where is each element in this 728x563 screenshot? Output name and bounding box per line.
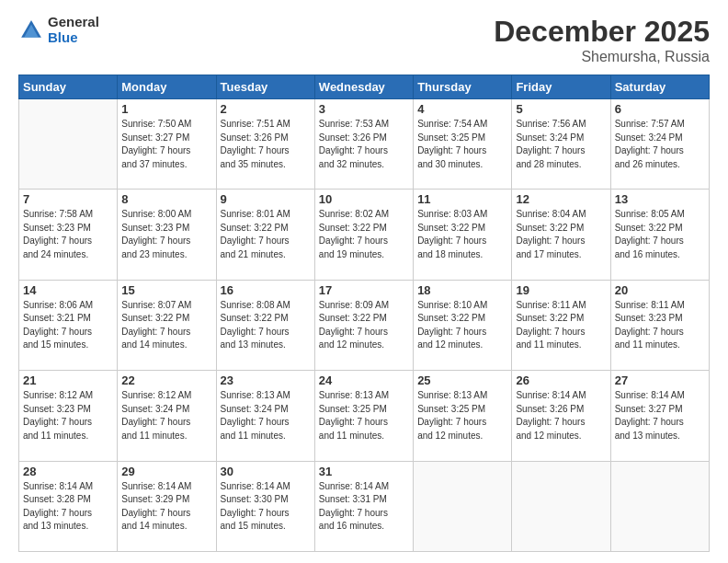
- day-info: Sunrise: 7:51 AM Sunset: 3:26 PM Dayligh…: [221, 118, 311, 171]
- calendar-cell: [512, 461, 610, 551]
- day-info: Sunrise: 8:13 AM Sunset: 3:25 PM Dayligh…: [319, 389, 409, 442]
- calendar-cell: 6Sunrise: 7:57 AM Sunset: 3:24 PM Daylig…: [610, 99, 709, 190]
- day-number: 21: [23, 373, 113, 387]
- day-info: Sunrise: 8:12 AM Sunset: 3:23 PM Dayligh…: [23, 389, 113, 442]
- month-title: December 2025: [494, 15, 710, 49]
- day-info: Sunrise: 8:12 AM Sunset: 3:24 PM Dayligh…: [121, 389, 211, 442]
- day-number: 27: [615, 373, 705, 387]
- logo-icon: [18, 17, 44, 43]
- day-number: 22: [121, 373, 211, 387]
- day-info: Sunrise: 8:09 AM Sunset: 3:22 PM Dayligh…: [319, 299, 409, 352]
- day-number: 31: [319, 465, 409, 478]
- calendar-cell: 28Sunrise: 8:14 AM Sunset: 3:28 PM Dayli…: [19, 461, 118, 551]
- weekday-header-monday: Monday: [118, 75, 216, 99]
- calendar-cell: 21Sunrise: 8:12 AM Sunset: 3:23 PM Dayli…: [19, 371, 118, 461]
- day-info: Sunrise: 7:54 AM Sunset: 3:25 PM Dayligh…: [417, 118, 507, 171]
- calendar-cell: 29Sunrise: 8:14 AM Sunset: 3:29 PM Dayli…: [118, 461, 216, 551]
- calendar-cell: 15Sunrise: 8:07 AM Sunset: 3:22 PM Dayli…: [118, 280, 216, 370]
- calendar-cell: 19Sunrise: 8:11 AM Sunset: 3:22 PM Dayli…: [512, 280, 610, 370]
- day-info: Sunrise: 8:14 AM Sunset: 3:29 PM Dayligh…: [121, 480, 211, 534]
- calendar-cell: 25Sunrise: 8:13 AM Sunset: 3:25 PM Dayli…: [414, 371, 512, 461]
- day-number: 17: [319, 283, 409, 297]
- logo-blue: Blue: [48, 30, 99, 46]
- day-number: 18: [417, 283, 507, 297]
- calendar-cell: 3Sunrise: 7:53 AM Sunset: 3:26 PM Daylig…: [314, 99, 413, 190]
- calendar-cell: 4Sunrise: 7:54 AM Sunset: 3:25 PM Daylig…: [414, 99, 512, 190]
- day-info: Sunrise: 8:01 AM Sunset: 3:22 PM Dayligh…: [221, 208, 311, 261]
- day-info: Sunrise: 8:00 AM Sunset: 3:23 PM Dayligh…: [121, 208, 211, 261]
- logo: General Blue: [18, 15, 99, 45]
- day-info: Sunrise: 8:13 AM Sunset: 3:25 PM Dayligh…: [417, 389, 507, 442]
- day-number: 2: [221, 102, 311, 116]
- day-number: 5: [516, 102, 606, 116]
- logo-text: General Blue: [48, 15, 99, 45]
- calendar-cell: [414, 461, 512, 551]
- day-number: 16: [221, 283, 311, 297]
- day-number: 24: [319, 373, 409, 387]
- day-info: Sunrise: 8:04 AM Sunset: 3:22 PM Dayligh…: [516, 208, 606, 261]
- day-number: 14: [23, 283, 113, 297]
- day-info: Sunrise: 8:14 AM Sunset: 3:28 PM Dayligh…: [23, 480, 113, 534]
- calendar-cell: 24Sunrise: 8:13 AM Sunset: 3:25 PM Dayli…: [314, 371, 413, 461]
- calendar-cell: 2Sunrise: 7:51 AM Sunset: 3:26 PM Daylig…: [216, 99, 314, 190]
- weekday-header-thursday: Thursday: [414, 75, 512, 99]
- calendar-cell: 18Sunrise: 8:10 AM Sunset: 3:22 PM Dayli…: [414, 280, 512, 370]
- calendar-cell: 13Sunrise: 8:05 AM Sunset: 3:22 PM Dayli…: [610, 190, 709, 280]
- day-number: 26: [516, 373, 606, 387]
- day-info: Sunrise: 7:50 AM Sunset: 3:27 PM Dayligh…: [121, 118, 211, 171]
- calendar-cell: 5Sunrise: 7:56 AM Sunset: 3:24 PM Daylig…: [512, 99, 610, 190]
- weekday-header-saturday: Saturday: [610, 75, 709, 99]
- calendar-cell: 23Sunrise: 8:13 AM Sunset: 3:24 PM Dayli…: [216, 371, 314, 461]
- day-info: Sunrise: 8:03 AM Sunset: 3:22 PM Dayligh…: [417, 208, 507, 261]
- day-number: 4: [417, 102, 507, 116]
- day-info: Sunrise: 7:58 AM Sunset: 3:23 PM Dayligh…: [23, 208, 113, 261]
- day-number: 20: [615, 283, 705, 297]
- day-info: Sunrise: 8:11 AM Sunset: 3:23 PM Dayligh…: [615, 299, 705, 352]
- day-info: Sunrise: 8:06 AM Sunset: 3:21 PM Dayligh…: [23, 299, 113, 352]
- calendar-table: SundayMondayTuesdayWednesdayThursdayFrid…: [18, 75, 710, 552]
- title-block: December 2025 Shemursha, Russia: [494, 15, 710, 65]
- calendar-cell: 12Sunrise: 8:04 AM Sunset: 3:22 PM Dayli…: [512, 190, 610, 280]
- location: Shemursha, Russia: [494, 49, 710, 65]
- day-number: 30: [221, 465, 311, 478]
- day-number: 25: [417, 373, 507, 387]
- week-row-5: 28Sunrise: 8:14 AM Sunset: 3:28 PM Dayli…: [19, 461, 710, 551]
- calendar-cell: [19, 99, 118, 190]
- calendar-cell: 10Sunrise: 8:02 AM Sunset: 3:22 PM Dayli…: [314, 190, 413, 280]
- week-row-1: 1Sunrise: 7:50 AM Sunset: 3:27 PM Daylig…: [19, 99, 710, 190]
- calendar-cell: 14Sunrise: 8:06 AM Sunset: 3:21 PM Dayli…: [19, 280, 118, 370]
- calendar-cell: 20Sunrise: 8:11 AM Sunset: 3:23 PM Dayli…: [610, 280, 709, 370]
- calendar-cell: [610, 461, 709, 551]
- calendar-cell: 31Sunrise: 8:14 AM Sunset: 3:31 PM Dayli…: [314, 461, 413, 551]
- calendar-cell: 8Sunrise: 8:00 AM Sunset: 3:23 PM Daylig…: [118, 190, 216, 280]
- day-number: 11: [417, 192, 507, 206]
- day-info: Sunrise: 8:11 AM Sunset: 3:22 PM Dayligh…: [516, 299, 606, 352]
- header: General Blue December 2025 Shemursha, Ru…: [18, 15, 710, 65]
- day-number: 15: [121, 283, 211, 297]
- week-row-4: 21Sunrise: 8:12 AM Sunset: 3:23 PM Dayli…: [19, 371, 710, 461]
- day-number: 28: [23, 465, 113, 478]
- day-number: 13: [615, 192, 705, 206]
- day-info: Sunrise: 7:56 AM Sunset: 3:24 PM Dayligh…: [516, 118, 606, 171]
- logo-general: General: [48, 15, 99, 30]
- day-number: 23: [221, 373, 311, 387]
- calendar-cell: 17Sunrise: 8:09 AM Sunset: 3:22 PM Dayli…: [314, 280, 413, 370]
- day-number: 6: [615, 102, 705, 116]
- day-info: Sunrise: 8:08 AM Sunset: 3:22 PM Dayligh…: [221, 299, 311, 352]
- day-info: Sunrise: 8:14 AM Sunset: 3:26 PM Dayligh…: [516, 389, 606, 442]
- day-info: Sunrise: 8:14 AM Sunset: 3:31 PM Dayligh…: [319, 480, 409, 534]
- weekday-header-sunday: Sunday: [19, 75, 118, 99]
- week-row-3: 14Sunrise: 8:06 AM Sunset: 3:21 PM Dayli…: [19, 280, 710, 370]
- day-info: Sunrise: 8:14 AM Sunset: 3:30 PM Dayligh…: [221, 480, 311, 534]
- calendar-cell: 16Sunrise: 8:08 AM Sunset: 3:22 PM Dayli…: [216, 280, 314, 370]
- day-number: 1: [121, 102, 211, 116]
- day-number: 10: [319, 192, 409, 206]
- calendar-cell: 30Sunrise: 8:14 AM Sunset: 3:30 PM Dayli…: [216, 461, 314, 551]
- day-number: 7: [23, 192, 113, 206]
- calendar-cell: 22Sunrise: 8:12 AM Sunset: 3:24 PM Dayli…: [118, 371, 216, 461]
- calendar-cell: 11Sunrise: 8:03 AM Sunset: 3:22 PM Dayli…: [414, 190, 512, 280]
- day-info: Sunrise: 8:02 AM Sunset: 3:22 PM Dayligh…: [319, 208, 409, 261]
- weekday-header-row: SundayMondayTuesdayWednesdayThursdayFrid…: [19, 75, 710, 99]
- day-info: Sunrise: 8:05 AM Sunset: 3:22 PM Dayligh…: [615, 208, 705, 261]
- calendar-cell: 7Sunrise: 7:58 AM Sunset: 3:23 PM Daylig…: [19, 190, 118, 280]
